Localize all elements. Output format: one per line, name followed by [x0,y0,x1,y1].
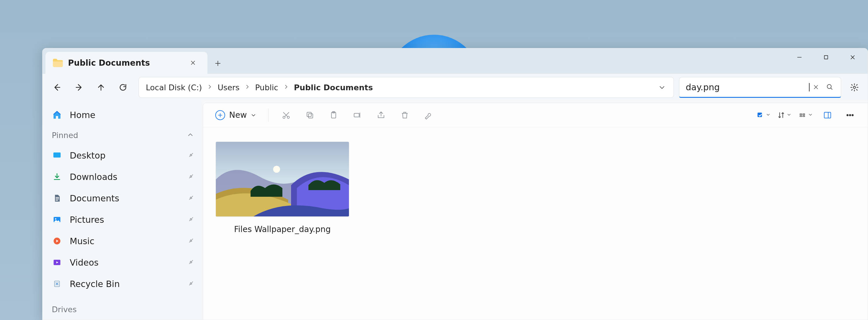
view-sort-button[interactable] [775,107,794,124]
tab-title: Public Documents [68,58,150,68]
pictures-icon [52,216,62,224]
file-explorer-window: Public Documents Local Disk (C:) Users P… [42,48,868,320]
svg-point-14 [287,116,290,118]
chevron-right-icon [283,84,289,91]
refresh-button[interactable] [113,77,133,97]
sidebar-item-desktop[interactable]: Desktop [45,145,200,166]
share-button[interactable] [370,107,392,124]
pin-icon[interactable] [186,236,195,245]
settings-button[interactable] [846,79,863,96]
pin-icon[interactable] [186,151,195,160]
minimize-button[interactable] [786,48,813,66]
window-body: Home Pinned Desktop Downloads Documents [42,101,868,320]
sidebar-item-label: Desktop [70,151,105,161]
address-toolbar: Local Disk (C:) Users Public Public Docu… [42,74,868,101]
details-pane-button[interactable] [817,107,838,124]
svg-rect-15 [308,114,313,118]
more-button[interactable] [839,107,861,124]
sidebar-item-documents[interactable]: Documents [45,188,200,209]
tab-public-documents[interactable]: Public Documents [45,52,208,74]
sidebar-item-label: Home [70,110,95,120]
cut-button[interactable] [275,107,297,124]
home-icon [52,110,62,120]
svg-point-9 [55,218,56,220]
sidebar-item-downloads[interactable]: Downloads [45,166,200,187]
clear-search-button[interactable] [809,80,823,94]
file-grid[interactable]: Files Wallpaper_day.png [203,127,868,320]
sidebar-home[interactable]: Home [45,104,200,125]
sidebar-item-label: Videos [70,257,99,268]
copy-button[interactable] [299,107,320,124]
svg-point-26 [847,114,848,116]
new-button[interactable]: + New [210,107,261,124]
svg-rect-19 [354,113,359,117]
titlebar: Public Documents [42,48,868,74]
chevron-down-icon [766,112,771,118]
chevron-right-icon [245,84,250,91]
plus-circle-icon: + [215,110,225,120]
delete-button[interactable] [394,107,415,124]
svg-point-27 [849,114,851,116]
window-controls [786,48,866,74]
properties-button[interactable] [418,107,439,124]
up-button[interactable] [91,77,111,97]
recycle-icon [52,280,62,288]
sidebar-item-videos[interactable]: Videos [45,252,200,273]
svg-rect-24 [803,116,805,116]
sidebar-item-music[interactable]: Music [45,231,200,251]
sidebar-item-recycle-bin[interactable]: Recycle Bin [45,274,200,294]
folder-icon [52,58,63,67]
sidebar-item-label: Recycle Bin [70,279,120,289]
tab-close-button[interactable] [187,56,199,69]
search-input-value[interactable]: day.png [686,82,809,92]
music-icon [52,237,62,245]
svg-rect-7 [56,200,58,200]
paste-button[interactable] [323,107,344,124]
chevron-right-icon [207,84,212,91]
breadcrumb-segment[interactable]: Users [218,83,240,92]
pin-icon[interactable] [186,279,195,288]
file-item[interactable]: Files Wallpaper_day.png [216,142,349,234]
breadcrumb-segment[interactable]: Local Disk (C:) [146,83,202,92]
content-area: + New [203,103,868,320]
file-name-label: Files Wallpaper_day.png [234,225,331,234]
separator [268,108,269,122]
breadcrumb-segment-current[interactable]: Public Documents [294,83,373,92]
pin-icon[interactable] [186,215,195,224]
svg-point-28 [852,114,853,116]
new-button-label: New [229,110,247,120]
sidebar-item-pictures[interactable]: Pictures [45,209,200,230]
search-icon[interactable] [823,80,837,94]
svg-rect-6 [56,198,59,199]
svg-rect-16 [307,112,311,117]
sort-button[interactable] [754,107,773,124]
forward-button[interactable] [69,77,89,97]
breadcrumb-bar[interactable]: Local Disk (C:) Users Public Public Docu… [138,77,674,98]
sidebar-item-label: Music [70,236,94,246]
svg-rect-23 [800,116,802,116]
breadcrumb-segment[interactable]: Public [255,83,278,92]
svg-point-13 [283,116,285,118]
layout-button[interactable] [795,107,816,124]
pin-icon[interactable] [186,258,195,267]
breadcrumb-dropdown-button[interactable] [655,81,669,94]
sidebar-section-drives[interactable]: Drives [45,300,200,319]
maximize-button[interactable] [813,48,839,66]
file-thumbnail [216,142,349,216]
new-tab-button[interactable] [208,53,228,74]
section-label: Pinned [52,131,78,140]
videos-icon [52,258,62,266]
rename-button[interactable] [347,107,368,124]
svg-rect-3 [54,153,61,158]
pin-icon[interactable] [186,172,195,181]
pin-icon[interactable] [186,194,195,202]
svg-rect-5 [56,197,59,198]
chevron-down-icon [787,112,791,118]
search-box[interactable]: day.png [679,77,841,98]
svg-point-30 [273,166,280,173]
sidebar-section-pinned[interactable]: Pinned [45,126,200,145]
back-button[interactable] [47,77,67,97]
section-label: Drives [52,305,77,314]
svg-rect-0 [824,56,828,59]
close-window-button[interactable] [839,48,866,66]
